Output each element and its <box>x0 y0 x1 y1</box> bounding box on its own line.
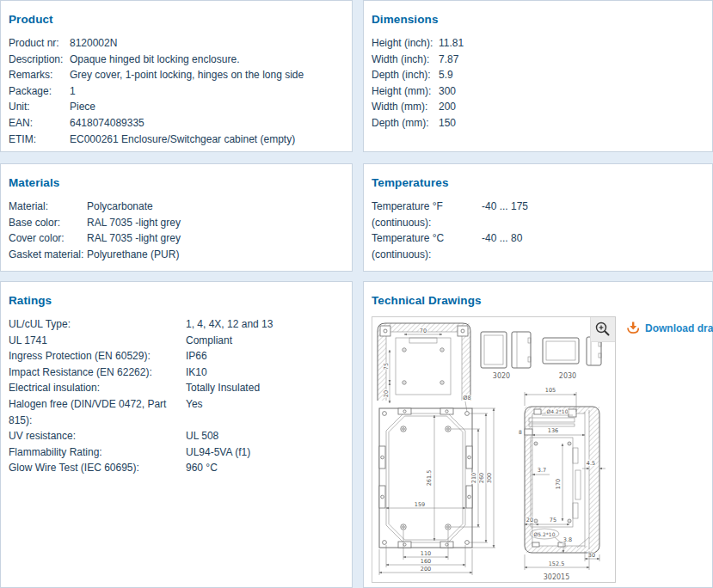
spec-label: ETIM: <box>9 132 70 148</box>
spec-row: Flammability Rating: UL94-5VA (f1) <box>9 444 343 461</box>
view-cross-section: 70 75 20 <box>378 323 470 403</box>
spec-label: Flammability Rating: <box>9 444 186 461</box>
spec-value: 1, 4, 4X, 12 and 13 <box>186 316 343 333</box>
spec-value: 960 °C <box>186 460 343 476</box>
dim-label: 170 <box>555 479 562 489</box>
spec-value: Polyurethane (PUR) <box>87 247 343 263</box>
spec-row: ETIM: EC000261 Enclosure/Switchgear cabi… <box>9 132 343 148</box>
spec-label: Halogen free (DIN/VDE 0472, Part 815): <box>9 396 186 428</box>
spec-label: Ingress Protection (EN 60529): <box>9 348 186 364</box>
technical-drawing-canvas[interactable]: 70 75 20 3020 <box>372 316 616 583</box>
dim-label: Ø5.2*10 <box>534 531 556 537</box>
spec-row: Unit: Piece <box>9 99 343 115</box>
spec-value: RAL 7035 -light grey <box>87 230 343 247</box>
spec-row: Temperature °C (continuous): -40 ... 80 <box>372 230 704 262</box>
spec-value: 6418074089335 <box>70 115 343 132</box>
materials-rows: Material: Polycarbonate Base color: RAL … <box>9 199 343 262</box>
view-label: 2030 <box>559 372 576 380</box>
spec-value: 8120002N <box>70 35 343 52</box>
dim-label: 4.5 <box>587 460 595 467</box>
spec-label: Electrical insulation: <box>9 380 186 396</box>
spec-row: Width (mm): 200 <box>372 99 704 115</box>
spec-row: Package: 1 <box>9 83 343 100</box>
spec-label: UL/cUL Type: <box>9 316 186 333</box>
temperatures-panel: Temperatures Temperature °F (continuous)… <box>363 163 713 272</box>
dim-label: 8 <box>519 429 522 435</box>
spec-label: Cover color: <box>9 230 87 247</box>
spec-value: IP66 <box>186 348 343 364</box>
spec-value: -40 ... 80 <box>482 230 704 262</box>
temperatures-rows: Temperature °F (continuous): -40 ... 175… <box>372 199 704 262</box>
view-label: 3020 <box>493 372 510 380</box>
panel-title-product: Product <box>9 13 343 26</box>
spec-row: Depth (inch): 5.9 <box>372 67 704 83</box>
dim-label: 20 <box>383 390 390 397</box>
dim-label: 75 <box>383 363 390 370</box>
dim-label: Ø4.2*10 <box>547 408 569 414</box>
spec-value: UL94-5VA (f1) <box>186 444 343 461</box>
spec-value: Compliant <box>186 333 343 349</box>
spec-row: Halogen free (DIN/VDE 0472, Part 815): Y… <box>9 396 343 428</box>
dim-label: 300 <box>486 473 493 483</box>
panel-title-ratings: Ratings <box>9 294 343 307</box>
spec-label: Base color: <box>9 215 87 231</box>
spec-label: Height (inch): <box>372 35 439 52</box>
spec-row: Height (inch): 11.81 <box>372 35 704 52</box>
panel-title-technical-drawings: Technical Drawings <box>372 294 704 307</box>
spec-value: Yes <box>186 396 343 428</box>
spec-row: UL 1741 Compliant <box>9 333 343 349</box>
spec-value: 11.81 <box>439 35 704 52</box>
spec-row: Temperature °F (continuous): -40 ... 175 <box>372 199 704 230</box>
spec-row: Glow Wire Test (IEC 60695): 960 °C <box>9 460 343 476</box>
spec-value: IK10 <box>186 364 343 381</box>
spec-row: UL/cUL Type: 1, 4, 4X, 12 and 13 <box>9 316 343 333</box>
spec-row: Ingress Protection (EN 60529): IP66 <box>9 348 343 364</box>
spec-value: EC000261 Enclosure/Switchgear cabinet (e… <box>70 132 343 148</box>
materials-panel: Materials Material: Polycarbonate Base c… <box>0 163 353 272</box>
view-2030: 2030 <box>543 337 601 380</box>
panel-title-dimensions: Dimensions <box>372 13 704 26</box>
product-spec-page: Product Product nr: 8120002N Description… <box>0 0 713 588</box>
dim-label: 105 <box>545 387 556 394</box>
spec-label: Product nr: <box>9 35 70 52</box>
spec-row: UV resistance: UL 508 <box>9 428 343 444</box>
spec-label: Unit: <box>9 99 70 115</box>
spec-row: Electrical insulation: Totally Insulated <box>9 380 343 396</box>
spec-row: EAN: 6418074089335 <box>9 115 343 132</box>
view-3020: 3020 <box>481 332 531 380</box>
download-arrow-icon <box>627 322 639 334</box>
spec-label: Temperature °C (continuous): <box>372 230 482 262</box>
spec-value: Opaque hinged bit locking enclosure. <box>70 52 343 68</box>
spec-label: EAN: <box>9 115 70 132</box>
dim-label: 160 <box>421 558 431 565</box>
spec-value: 300 <box>439 83 704 100</box>
technical-drawings-panel: Technical Drawings <box>363 281 713 588</box>
dim-label: 200 <box>421 566 431 573</box>
spec-value: 200 <box>439 99 704 115</box>
spec-label: Depth (mm): <box>372 115 439 132</box>
spec-row: Remarks: Grey cover, 1-point locking, hi… <box>9 67 343 83</box>
spec-row: Description: Opaque hinged bit locking e… <box>9 52 343 68</box>
spec-value: 7.87 <box>439 52 704 68</box>
dim-label: 75 <box>550 517 556 524</box>
spec-value: 150 <box>439 115 704 132</box>
spec-value: -40 ... 175 <box>482 199 704 230</box>
view-side-section: 105 Ø4.2*10 8 136 3.7 170 4.5 <box>519 387 605 581</box>
dimensions-rows: Height (inch): 11.81 Width (inch): 7.87 … <box>372 35 704 132</box>
spec-label: UL 1741 <box>9 333 186 349</box>
dim-label: 261.5 <box>426 470 433 487</box>
spec-label: Height (mm): <box>372 83 439 100</box>
dim-label: 70 <box>420 328 427 334</box>
spec-row: Product nr: 8120002N <box>9 35 343 52</box>
spec-row: Material: Polycarbonate <box>9 199 343 215</box>
zoom-button[interactable] <box>590 317 615 342</box>
spec-label: Impact Resistance (EN 62262): <box>9 364 186 381</box>
spec-row: Base color: RAL 7035 -light grey <box>9 215 343 231</box>
dim-label: 159 <box>415 501 425 508</box>
dim-label: 136 <box>548 427 558 434</box>
spec-label: Package: <box>9 83 70 100</box>
panel-title-materials: Materials <box>9 176 343 189</box>
download-drawing-link[interactable]: Download drawing <box>627 322 713 334</box>
spec-row: Width (inch): 7.87 <box>372 52 704 68</box>
spec-row: Depth (mm): 150 <box>372 115 704 132</box>
